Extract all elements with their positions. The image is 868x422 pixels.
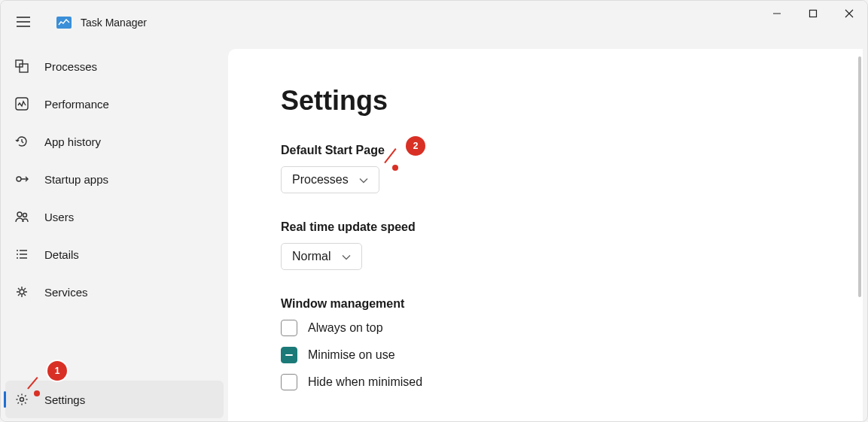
svg-point-8 [20, 290, 24, 294]
sidebar-item-label: Processes [44, 60, 97, 73]
app-title: Task Manager [81, 17, 147, 29]
sidebar-item-users[interactable]: Users [1, 198, 228, 235]
sidebar-item-details[interactable]: Details [1, 235, 228, 273]
close-button[interactable] [831, 1, 867, 28]
option-label: Hide when minimised [308, 375, 422, 389]
sidebar-item-startup[interactable]: Startup apps [1, 160, 228, 198]
dropdown-value: Processes [292, 173, 349, 187]
startup-icon [14, 172, 29, 187]
checkbox[interactable] [281, 374, 297, 390]
details-icon [14, 247, 29, 262]
maximize-button[interactable] [795, 1, 831, 28]
history-icon [14, 134, 29, 149]
users-icon [14, 209, 29, 224]
dropdown-value: Normal [292, 250, 331, 263]
page-title: Settings [281, 85, 810, 117]
minimize-icon [772, 9, 781, 20]
update-speed-dropdown[interactable]: Normal [281, 243, 362, 270]
app-icon [56, 17, 72, 29]
sidebar: Processes Performance App history Startu… [1, 44, 228, 422]
sidebar-item-label: Users [44, 211, 74, 223]
window-controls [759, 1, 867, 28]
option-minimise-on-use[interactable]: Minimise on use [281, 347, 810, 363]
default-start-page-dropdown[interactable]: Processes [281, 166, 379, 193]
sidebar-item-processes[interactable]: Processes [1, 47, 228, 85]
settings-page: Settings Default Start Page Processes Re… [228, 49, 863, 422]
svg-point-9 [20, 398, 24, 402]
section-default-start-label: Default Start Page [281, 144, 810, 157]
chevron-down-icon [342, 250, 351, 263]
maximize-icon [809, 9, 818, 20]
sidebar-item-label: Services [44, 286, 88, 299]
minimize-button[interactable] [759, 1, 795, 28]
sidebar-item-services[interactable]: Services [1, 273, 228, 311]
hamburger-button[interactable] [8, 8, 38, 38]
sidebar-item-label: Performance [44, 98, 109, 111]
performance-icon [14, 96, 29, 111]
option-label: Always on top [308, 321, 383, 335]
svg-point-5 [17, 177, 21, 181]
processes-icon [14, 59, 29, 74]
sidebar-item-label: Startup apps [44, 173, 108, 186]
svg-point-6 [17, 212, 22, 217]
svg-point-7 [23, 214, 27, 217]
section-window-mgmt-label: Window management [281, 297, 810, 311]
chevron-down-icon [359, 173, 368, 187]
svg-rect-1 [810, 10, 817, 17]
sidebar-item-label: App history [44, 135, 101, 148]
sidebar-item-apphistory[interactable]: App history [1, 123, 228, 160]
hamburger-icon [17, 17, 30, 29]
close-icon [845, 9, 854, 20]
sidebar-item-performance[interactable]: Performance [1, 85, 228, 123]
svg-rect-3 [20, 64, 28, 72]
titlebar: Task Manager [1, 1, 867, 44]
sidebar-item-settings[interactable]: Settings [5, 381, 224, 418]
option-hide-when-minimised[interactable]: Hide when minimised [281, 374, 810, 390]
sidebar-item-label: Settings [44, 393, 85, 406]
services-icon [14, 284, 29, 299]
option-always-on-top[interactable]: Always on top [281, 320, 810, 336]
checkbox[interactable] [281, 320, 297, 336]
checkbox[interactable] [281, 347, 297, 363]
svg-rect-4 [16, 98, 28, 110]
scrollbar[interactable] [858, 56, 861, 415]
scrollbar-thumb[interactable] [858, 56, 861, 297]
option-label: Minimise on use [308, 348, 395, 362]
sidebar-item-label: Details [44, 248, 79, 261]
section-update-speed-label: Real time update speed [281, 220, 810, 234]
gear-icon [14, 392, 29, 407]
